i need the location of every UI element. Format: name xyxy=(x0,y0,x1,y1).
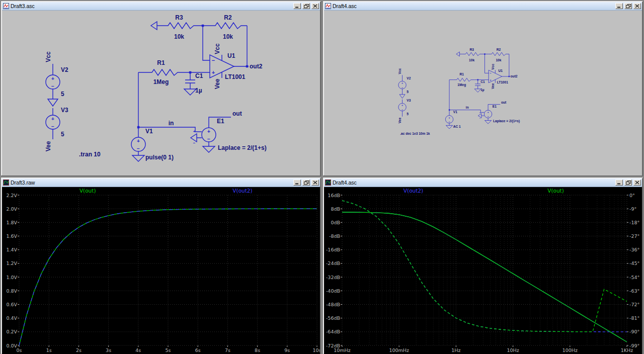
y-axis-label: -56dB xyxy=(326,315,340,321)
legend-V(out)[interactable]: V(out) xyxy=(547,188,564,194)
plot-pane-draft3[interactable]: 0s1s2s3s4s5s6s7s8s9s10s2.2V2.0V1.8V1.6V1… xyxy=(2,187,320,354)
x-axis-label: 3s xyxy=(106,347,111,353)
plot-pane-draft4[interactable]: 10mHz100mHz1Hz10Hz100Hz1KHz16dB0°8dB-9°0… xyxy=(324,187,642,354)
schematic-file-icon xyxy=(3,3,9,9)
trace-V(out2)-phase xyxy=(342,201,627,332)
x-axis-label: 1KHz xyxy=(621,347,633,353)
y-axis-label: -64dB xyxy=(326,329,340,334)
y2-axis-label: -72° xyxy=(629,302,639,307)
window-draft4-schematic[interactable]: Draft4.asc AC 1 .ac dec 1e3 10m 1k xyxy=(323,1,643,176)
y-axis-label: 2.0V xyxy=(6,206,17,212)
window-draft4-waveform[interactable]: Draft4.asc 10mHz100mHz1Hz10Hz100Hz1KHz16… xyxy=(323,178,643,354)
v1-value-label[interactable]: AC 1 xyxy=(453,125,461,128)
minimize-button[interactable] xyxy=(293,3,301,9)
y-axis-label: 0.4V xyxy=(6,315,17,321)
close-button[interactable] xyxy=(311,180,319,186)
close-button[interactable] xyxy=(633,3,641,9)
ac-analysis-plot: 10mHz100mHz1Hz10Hz100Hz1KHz16dB0°8dB-9°0… xyxy=(324,187,642,354)
x-axis-label: 6s xyxy=(195,347,201,353)
restore-button[interactable] xyxy=(302,3,310,9)
x-axis-label: 7s xyxy=(225,347,230,353)
titlebar[interactable]: Draft4.asc xyxy=(324,2,642,11)
x-axis-label: 10mHz xyxy=(334,347,350,353)
y2-axis-label: -18° xyxy=(629,220,639,225)
y-axis-label: -40dB xyxy=(326,288,340,294)
ltspice-desktop: { "windows": { "tl": {"title": "Draft3.a… xyxy=(0,0,644,354)
minimize-button[interactable] xyxy=(615,3,623,9)
waveform-file-icon xyxy=(3,180,9,186)
y-axis-label: 0dB xyxy=(331,220,340,225)
y-axis-label: 2.2V xyxy=(6,193,17,198)
y-axis-label: 1.8V xyxy=(6,220,17,225)
x-axis-label: 9s xyxy=(284,347,290,353)
sim-directive[interactable]: .ac dec 1e3 10m 1k xyxy=(400,132,430,135)
v1-value-label[interactable]: pulse(0 1) xyxy=(145,154,174,161)
window-draft3-waveform[interactable]: Draft3.raw 0s1s2s3s4s5s6s7s8s9s10s2.2V2.… xyxy=(1,178,321,354)
y2-axis-label: -81° xyxy=(629,315,639,321)
restore-button[interactable] xyxy=(302,180,310,186)
y-axis-label: -16dB xyxy=(326,247,340,252)
x-axis-label: 10Hz xyxy=(507,347,519,353)
y2-axis-label: -90° xyxy=(629,329,639,334)
y-axis-label: 0.6V xyxy=(6,302,17,307)
restore-button[interactable] xyxy=(624,3,632,9)
titlebar[interactable]: Draft4.asc xyxy=(324,179,642,187)
y-axis-label: 8dB xyxy=(331,206,340,212)
titlebar[interactable]: Draft3.asc xyxy=(2,2,320,11)
transient-plot: 0s1s2s3s4s5s6s7s8s9s10s2.2V2.0V1.8V1.6V1… xyxy=(2,187,320,354)
y-axis-label: 16dB xyxy=(328,193,340,198)
y-axis-label: 1.0V xyxy=(6,275,17,280)
x-axis-label: 100Hz xyxy=(562,347,578,353)
sim-directive[interactable]: .tran 10 xyxy=(79,151,101,158)
legend-V(out2)[interactable]: V(out2) xyxy=(232,188,252,194)
y-axis-label: 0.2V xyxy=(6,329,17,334)
legend-V(out)[interactable]: V(out) xyxy=(79,188,96,194)
close-button[interactable] xyxy=(633,180,641,186)
y-axis-label: -8dB xyxy=(329,233,340,239)
schematic-canvas-draft3[interactable]: R3 10k R2 10k R1 1Meg C1 1µ U1 LT1001 ou… xyxy=(2,11,320,175)
minimize-button[interactable] xyxy=(615,180,623,186)
x-axis-label: 1Hz xyxy=(451,347,460,353)
window-draft3-schematic[interactable]: Draft3.asc xyxy=(1,1,321,176)
x-axis-label: 5s xyxy=(166,347,171,353)
window-title: Draft4.asc xyxy=(333,179,614,187)
y-axis-label: 0.0V xyxy=(6,343,17,348)
schematic-canvas-draft4[interactable]: AC 1 .ac dec 1e3 10m 1k xyxy=(324,11,642,175)
x-axis-label: 0s xyxy=(17,347,22,353)
y-axis-label: -72dB xyxy=(326,343,340,348)
y2-axis-label: -99° xyxy=(629,343,639,348)
y2-axis-label: -9° xyxy=(629,206,636,212)
y2-axis-label: -27° xyxy=(629,233,639,239)
minimize-button[interactable] xyxy=(293,180,301,186)
y-axis-label: 0.8V xyxy=(6,288,17,294)
x-axis-label: 1s xyxy=(46,347,52,353)
trace-V(out)-phase xyxy=(342,201,627,332)
legend-V(out2)[interactable]: V(out2) xyxy=(404,188,423,194)
y-axis-label: 1.4V xyxy=(6,247,17,252)
y2-axis-label: -63° xyxy=(629,288,639,294)
x-axis-label: 4s xyxy=(135,347,141,353)
y-axis-label: -32dB xyxy=(326,275,340,280)
y-axis-label: -48dB xyxy=(326,302,340,307)
titlebar[interactable]: Draft3.raw xyxy=(2,179,320,187)
window-title: Draft3.raw xyxy=(11,179,292,187)
y-axis-label: 1.6V xyxy=(6,233,17,239)
y-axis-label: -24dB xyxy=(326,260,340,266)
y2-axis-label: -36° xyxy=(629,247,639,252)
window-title: Draft4.asc xyxy=(333,2,614,10)
x-axis-label: 2s xyxy=(76,347,82,353)
x-axis-label: 100mHz xyxy=(389,347,409,353)
schematic-file-icon xyxy=(325,3,331,9)
y-axis-label: 1.2V xyxy=(6,260,17,266)
x-axis-label: 8s xyxy=(255,347,260,353)
x-axis-label: 10s xyxy=(312,347,320,353)
y2-axis-label: 0° xyxy=(629,193,635,198)
y2-axis-label: -54° xyxy=(629,275,639,280)
waveform-file-icon xyxy=(325,180,331,186)
restore-button[interactable] xyxy=(624,180,632,186)
y2-axis-label: -45° xyxy=(629,260,639,266)
window-title: Draft3.asc xyxy=(11,2,292,10)
close-button[interactable] xyxy=(311,3,319,9)
